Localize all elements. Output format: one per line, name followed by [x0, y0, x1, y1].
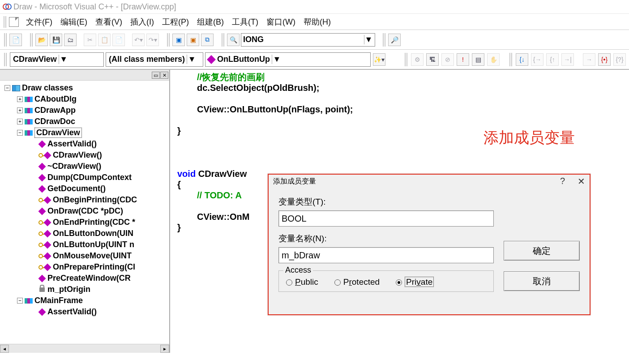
filter-combo[interactable]: (All class members) ▼	[106, 52, 203, 67]
menu-edit[interactable]: 编辑(E)	[57, 16, 91, 28]
copy-button[interactable]: 📋	[98, 34, 111, 46]
tree-root[interactable]: − Draw classes	[1, 82, 168, 94]
tree-member[interactable]: OnMouseMove(UINT	[1, 250, 168, 261]
find-button[interactable]: 🔎	[388, 34, 401, 46]
tree-member[interactable]: OnLButtonDown(UIN	[1, 228, 168, 239]
tree-member[interactable]: ~CDrawView()	[1, 161, 168, 172]
tree-member[interactable]: OnEndPrinting(CDC *	[1, 217, 168, 228]
tree-member[interactable]: OnPreparePrinting(CI	[1, 261, 168, 273]
ok-button[interactable]: 确定	[504, 241, 580, 261]
expand-icon[interactable]: +	[17, 119, 23, 124]
insert-breakpoint-button[interactable]: {•}	[598, 53, 611, 66]
var-name-input[interactable]	[278, 247, 494, 263]
find-combo[interactable]: IONG ▼	[241, 33, 375, 47]
open-button[interactable]: 📂	[35, 34, 48, 46]
window-list-button[interactable]: ⧉	[201, 34, 214, 46]
tree-member[interactable]: AssertValid()	[1, 306, 168, 317]
execute-button[interactable]: !	[457, 53, 469, 66]
cancel-button[interactable]: 取消	[504, 271, 580, 291]
menu-project[interactable]: 工程(P)	[158, 16, 193, 28]
radio-public[interactable]: Public	[286, 277, 318, 287]
chevron-down-icon[interactable]: ▼	[59, 55, 68, 64]
find-in-files-button[interactable]: 🔍	[227, 34, 240, 46]
function-icon	[39, 274, 46, 282]
cut-button[interactable]: ✂	[84, 34, 96, 46]
function-icon	[44, 196, 51, 204]
radio-protected[interactable]: Protected	[334, 277, 380, 287]
class-combo[interactable]: CDrawView ▼	[10, 52, 104, 67]
protected-key-icon	[39, 254, 43, 258]
collapse-icon[interactable]: −	[4, 85, 10, 91]
next-arrow-button[interactable]: →	[583, 53, 595, 66]
chevron-down-icon[interactable]: ▼	[364, 35, 373, 44]
new-text-button[interactable]: 📄	[9, 34, 22, 46]
help-button[interactable]: ?	[560, 176, 565, 187]
menu-file[interactable]: 文件(F)	[22, 16, 56, 28]
var-type-input[interactable]	[278, 210, 494, 227]
tree-member[interactable]: OnBeginPrinting(CDC	[1, 194, 168, 206]
code-keyword: void	[177, 169, 196, 179]
tree-member[interactable]: GetDocument()	[1, 183, 168, 194]
go-button[interactable]: ▤	[472, 53, 484, 66]
close-button[interactable]: ✕	[578, 176, 585, 187]
radio-private[interactable]: Private	[396, 277, 434, 287]
private-lock-icon	[39, 287, 45, 292]
dialog-titlebar[interactable]: 添加成员变量 ? ✕	[269, 175, 590, 188]
chevron-down-icon[interactable]: ▼	[187, 55, 197, 64]
panel-close-button[interactable]: ✕	[160, 72, 168, 79]
menu-tools[interactable]: 工具(T)	[228, 16, 262, 28]
tree-root-label: Draw classes	[22, 83, 73, 93]
tree-class[interactable]: +CDrawApp	[1, 105, 168, 116]
tree-class[interactable]: −CMainFrame	[1, 295, 168, 306]
tree-member[interactable]: PreCreateWindow(CR	[1, 273, 168, 284]
tree-member[interactable]: OnLButtonUp(UINT n	[1, 239, 168, 250]
breakpoint-hand-icon[interactable]: ✋	[487, 53, 500, 66]
app-logo-icon	[3, 3, 11, 11]
tree-member[interactable]: CDrawView()	[1, 150, 168, 161]
tree-hscrollbar[interactable]: ◂ ▸	[0, 344, 169, 353]
tree-member[interactable]: m_ptOrigin	[1, 284, 168, 295]
tree-class-selected[interactable]: −CDrawView	[1, 127, 168, 138]
chevron-down-icon[interactable]: ▼	[272, 55, 282, 64]
save-all-button[interactable]: 🗂	[64, 34, 77, 46]
collapse-icon[interactable]: −	[17, 130, 23, 136]
standard-toolbar: 📄 📂 💾 🗂 ✂ 📋 📄 ↶▾ ↷▾ ▣ ▣ ⧉ 🔍 IONG ▼ 🔎	[0, 30, 629, 49]
expand-icon[interactable]: +	[17, 107, 23, 113]
workspace-button[interactable]: ▣	[172, 34, 185, 46]
scroll-left-icon[interactable]: ◂	[0, 345, 9, 353]
member-combo[interactable]: OnLButtonUp ▼	[205, 52, 371, 67]
quickwatch-button[interactable]: {?}	[613, 53, 626, 66]
tree-member[interactable]: Dump(CDumpContext	[1, 172, 168, 183]
title-bar: Draw - Microsoft Visual C++ - [DrawView.…	[0, 0, 629, 13]
tree-member[interactable]: OnDraw(CDC *pDC)	[1, 206, 168, 217]
redo-button[interactable]: ↷▾	[146, 34, 159, 46]
undo-button[interactable]: ↶▾	[132, 34, 145, 46]
run-to-cursor-button[interactable]: →|	[561, 53, 574, 66]
step-out-button[interactable]: {↑	[546, 53, 559, 66]
wizard-action-button[interactable]: ✨▾	[373, 53, 385, 66]
scroll-right-icon[interactable]: ▸	[160, 345, 169, 353]
panel-pin-button[interactable]: ▭	[152, 72, 160, 79]
menu-insert[interactable]: 插入(I)	[127, 16, 158, 28]
stop-build-button[interactable]: ⊘	[441, 53, 454, 66]
menu-window[interactable]: 窗口(W)	[263, 16, 299, 28]
tree-class[interactable]: +CAboutDlg	[1, 94, 168, 105]
output-button[interactable]: ▣	[187, 34, 199, 46]
menu-help[interactable]: 帮助(H)	[300, 16, 334, 28]
grip-icon	[222, 33, 224, 47]
build-button[interactable]: 🏗	[426, 53, 439, 66]
member-label: PreCreateWindow(CR	[47, 274, 131, 283]
step-over-button[interactable]: {→	[531, 53, 543, 66]
menu-view[interactable]: 查看(V)	[92, 16, 126, 28]
collapse-icon[interactable]: −	[17, 298, 23, 304]
tree-member[interactable]: AssertValid()	[1, 138, 168, 150]
save-button[interactable]: 💾	[50, 34, 62, 46]
compile-button[interactable]: ⚙	[411, 53, 424, 66]
paste-button[interactable]: 📄	[112, 34, 125, 46]
menu-build[interactable]: 组建(B)	[193, 16, 227, 28]
tree-class[interactable]: +CDrawDoc	[1, 116, 168, 127]
step-into-button[interactable]: {↓	[516, 53, 528, 66]
class-tree[interactable]: − Draw classes +CAboutDlg +CDrawApp +CDr…	[0, 81, 169, 344]
expand-icon[interactable]: +	[17, 96, 23, 102]
function-icon	[39, 140, 46, 148]
